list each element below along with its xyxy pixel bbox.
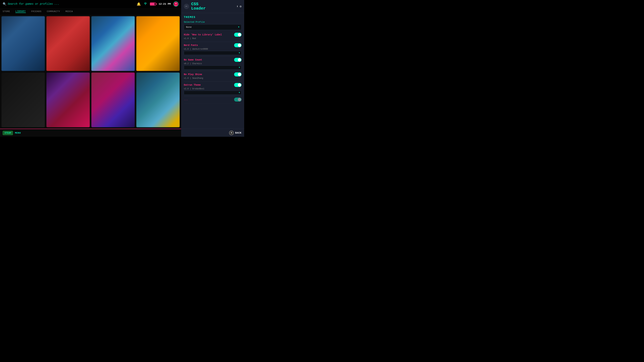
- sidebar-title: CSS Loader: [191, 2, 236, 11]
- theme-row: ...: [184, 97, 242, 102]
- sidebar-content: THEMES Selected Profile None ▼ Hide 'New…: [181, 13, 244, 137]
- selected-profile-section: Selected Profile None ▼: [184, 21, 242, 30]
- steam-button[interactable]: STEAM: [3, 131, 13, 135]
- theme-meta: v0.2 | Charmics: [184, 62, 242, 65]
- theme-item-partial: ...: [184, 97, 242, 104]
- nav-tabs: STORE LIBRARY FRIENDS COMMUNITY MEDIA: [0, 8, 181, 15]
- selected-profile-label: Selected Profile: [184, 21, 242, 23]
- theme-dropdown-no-game-count[interactable]: ▼: [184, 65, 242, 69]
- time-display: 12:21 PM: [159, 3, 171, 5]
- theme-name: No Game Count: [184, 58, 202, 61]
- themes-section-title: THEMES: [184, 16, 242, 19]
- game-tile[interactable]: [136, 16, 180, 71]
- theme-name: Outrun Theme: [184, 84, 201, 86]
- theme-item-hide-new-library: Hide 'New to Library' Label v1.0 | Rod: [184, 33, 242, 42]
- profile-dropdown-value: None: [186, 26, 192, 28]
- svg-point-0: [145, 4, 146, 5]
- toggle-knob: [238, 73, 241, 76]
- theme-dropdown-arrow-icon: ▼: [239, 91, 240, 94]
- game-grid: [0, 15, 181, 129]
- theme-dropdown-arrow-icon: ▼: [239, 52, 240, 54]
- theme-item-outrun: Outrun Theme v2.0 | GrodanBool ▼: [184, 83, 242, 96]
- game-tile[interactable]: [91, 72, 135, 127]
- battery-icon: [150, 2, 156, 5]
- tab-community[interactable]: COMMUNITY: [47, 10, 60, 13]
- tab-media[interactable]: MEDIA: [66, 10, 73, 13]
- game-tile[interactable]: [46, 72, 90, 127]
- b-button-icon[interactable]: B: [229, 131, 234, 135]
- wifi-icon: [144, 2, 147, 6]
- theme-name: Hide 'New to Library' Label: [184, 33, 222, 36]
- theme-meta: v2.0 | GrodanBool: [184, 88, 242, 90]
- download-icon[interactable]: ⬇: [236, 4, 238, 8]
- toggle-knob: [238, 98, 241, 101]
- search-input[interactable]: Search for games or profiles ...: [8, 2, 59, 5]
- svg-point-2: [175, 3, 176, 4]
- theme-toggle-hide-new-library[interactable]: [234, 33, 242, 37]
- back-arrow-icon: ←: [186, 5, 187, 8]
- top-right-icons: 🔔 12:21 PM: [137, 1, 178, 6]
- menu-label[interactable]: MENU: [15, 132, 21, 134]
- game-tile[interactable]: [1, 16, 45, 71]
- sidebar-header: ← CSS Loader ⬇ ⚙: [181, 0, 244, 13]
- theme-dropdown-outrun[interactable]: ▼: [184, 91, 242, 95]
- tab-store[interactable]: STORE: [3, 10, 10, 13]
- search-icon: 🔍: [3, 2, 6, 6]
- game-tile[interactable]: [46, 16, 90, 71]
- theme-row: Outrun Theme: [184, 83, 242, 87]
- theme-toggle-outrun[interactable]: [234, 83, 242, 87]
- game-tile[interactable]: [1, 72, 45, 127]
- game-tile[interactable]: [136, 72, 180, 127]
- theme-meta: v1.0 | Rod: [184, 37, 242, 40]
- theme-name: No Play Shine: [184, 73, 202, 76]
- profile-dropdown[interactable]: None ▼: [184, 24, 242, 30]
- theme-row: No Game Count: [184, 58, 242, 62]
- toggle-knob: [238, 58, 241, 61]
- theme-toggle-partial[interactable]: [234, 97, 242, 102]
- theme-toggle-no-play-shine[interactable]: [234, 72, 242, 76]
- notifications-icon[interactable]: 🔔: [137, 2, 141, 6]
- search-area[interactable]: 🔍 Search for games or profiles ...: [3, 2, 137, 6]
- bottom-bar: STEAM MENU: [0, 129, 181, 137]
- back-button[interactable]: ←: [184, 4, 189, 9]
- back-label: BACK: [235, 132, 242, 134]
- theme-item-no-game-count: No Game Count v0.2 | Charmics ▼: [184, 58, 242, 71]
- theme-row: Nerd Fonts: [184, 43, 242, 47]
- theme-dropdown-nerd-fonts[interactable]: ▼: [184, 51, 242, 55]
- theme-name: Nerd Fonts: [184, 44, 198, 46]
- theme-meta: v1.0 | SeanZhang: [184, 77, 242, 79]
- theme-name: ...: [184, 98, 188, 101]
- theme-row: No Play Shine: [184, 72, 242, 76]
- tab-friends[interactable]: FRIENDS: [31, 10, 42, 13]
- theme-row: Hide 'New to Library' Label: [184, 33, 242, 37]
- sidebar-title-block: CSS Loader: [189, 2, 236, 11]
- toggle-knob: [238, 43, 241, 47]
- toggle-knob: [238, 33, 241, 36]
- theme-toggle-no-game-count[interactable]: [234, 58, 242, 62]
- toggle-knob: [238, 83, 241, 87]
- user-avatar[interactable]: [174, 1, 178, 6]
- game-tile[interactable]: [91, 16, 135, 71]
- settings-icon[interactable]: ⚙: [240, 4, 242, 8]
- theme-toggle-nerd-fonts[interactable]: [234, 43, 242, 47]
- back-button-bar: B BACK: [181, 129, 244, 137]
- theme-item-no-play-shine: No Play Shine v1.0 | SeanZhang: [184, 72, 242, 82]
- top-bar: 🔍 Search for games or profiles ... 🔔 12:…: [0, 0, 181, 8]
- tab-library[interactable]: LIBRARY: [16, 10, 26, 13]
- theme-dropdown-arrow-icon: ▼: [239, 66, 240, 69]
- css-loader-sidebar: ← CSS Loader ⬇ ⚙ THEMES Selected Profile…: [181, 0, 244, 137]
- theme-item-nerd-fonts: Nerd Fonts v1.0 | dankutron9000 ▼: [184, 43, 242, 56]
- profile-dropdown-arrow-icon: ▼: [238, 26, 239, 28]
- theme-meta: v1.0 | dankutron9000: [184, 48, 242, 50]
- sidebar-header-icons: ⬇ ⚙: [236, 4, 242, 8]
- main-background: 🔍 Search for games or profiles ... 🔔 12:…: [0, 0, 181, 137]
